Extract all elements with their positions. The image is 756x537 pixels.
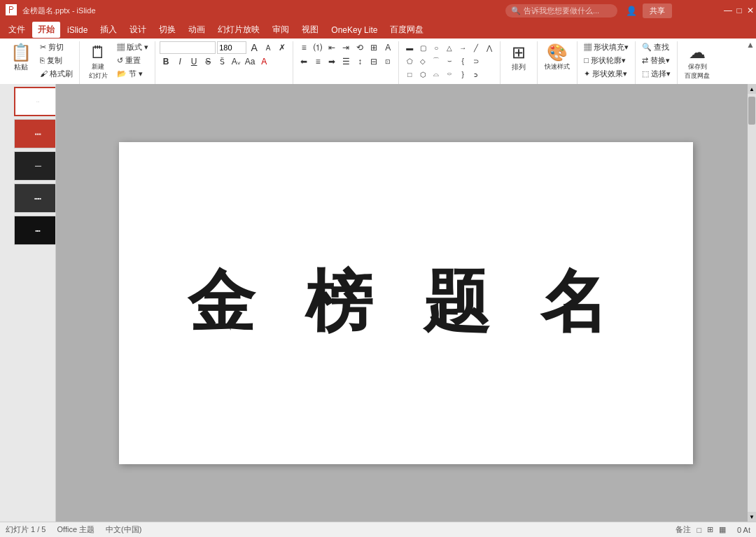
shape-callout2-button[interactable]: ⬡ — [416, 68, 429, 81]
menu-islide[interactable]: iSlide — [62, 23, 93, 37]
shape-pentagon-button[interactable]: ⬠ — [403, 55, 416, 67]
section-button[interactable]: 📂 节 ▾ — [115, 68, 150, 80]
cut-button[interactable]: ✂ 剪切 — [38, 41, 75, 53]
font-color-button[interactable]: A — [258, 55, 270, 68]
slide-sorter-button[interactable]: ⊞ — [707, 525, 713, 534]
replace-button[interactable]: ⇄ 替换▾ — [640, 55, 673, 67]
more-para-button[interactable]: ⊡ — [382, 55, 394, 68]
menu-baidu[interactable]: 百度网盘 — [384, 22, 429, 38]
quickstyles-content: 🎨 快速样式 — [542, 41, 573, 83]
align-right-button[interactable]: ➡ — [326, 55, 338, 68]
search-placeholder[interactable]: 告诉我您想要做什么... — [524, 6, 599, 16]
shape-curve2-button[interactable]: ⌣ — [443, 55, 456, 67]
find-button[interactable]: 🔍 查找 — [640, 41, 673, 53]
close-button[interactable]: ✕ — [745, 5, 756, 16]
shape-callout1-button[interactable]: □ — [403, 68, 416, 81]
menu-slideshow[interactable]: 幻灯片放映 — [212, 22, 265, 38]
shape-brace-button[interactable]: { — [456, 55, 469, 67]
align-center-button[interactable]: ≡ — [312, 55, 324, 68]
shape-right-arrow-button[interactable]: → — [456, 41, 469, 54]
shape-curve-button[interactable]: ⌒ — [430, 55, 442, 67]
font-size-decrease-button[interactable]: A — [262, 41, 274, 54]
font-case-button[interactable]: Aa — [244, 55, 256, 68]
slide-thumbnail-5[interactable]: ■■■ — [14, 216, 56, 245]
text-direction-button[interactable]: ⟲ — [354, 41, 366, 54]
slide-main-text[interactable]: 金 榜 题 名 — [188, 258, 624, 349]
shape-chevron-button[interactable]: ⋀ — [483, 41, 496, 54]
paste-button[interactable]: 📋 粘贴 — [7, 41, 35, 75]
menu-transitions[interactable]: 切换 — [153, 22, 181, 38]
shape-circle-button[interactable]: ○ — [430, 41, 442, 54]
ribbon-expand-button[interactable]: ▲ — [746, 40, 755, 50]
quickstyles-button[interactable]: 🎨 快速样式 — [542, 41, 573, 74]
reading-view-button[interactable]: ▦ — [719, 525, 726, 534]
layout-button[interactable]: ▦ 版式 ▾ — [115, 41, 150, 53]
menu-file[interactable]: 文件 — [3, 22, 31, 38]
slide-thumbnail-4[interactable]: ■■■■ — [14, 183, 56, 213]
scroll-down-button[interactable]: ▼ — [748, 512, 756, 522]
increase-indent-button[interactable]: ⇥ — [340, 41, 352, 54]
italic-button[interactable]: I — [174, 55, 186, 68]
search-box[interactable]: 🔍 告诉我您想要做什么... — [505, 4, 617, 18]
strikethrough-button[interactable]: S — [202, 55, 214, 68]
normal-view-button[interactable]: □ — [696, 526, 701, 534]
minimize-button[interactable]: — — [722, 5, 734, 16]
shape-rect-button[interactable]: ▬ — [403, 41, 416, 54]
reset-button[interactable]: ↺ 重置 — [115, 55, 150, 67]
select-button[interactable]: ⬚ 选择▾ — [640, 68, 673, 80]
shape-round-button[interactable]: ▢ — [416, 41, 429, 54]
shape-outline-button[interactable]: □ 形状轮廓▾ — [582, 55, 631, 67]
clear-format-button[interactable]: ✗ — [276, 41, 288, 54]
align-left-button[interactable]: ⬅ — [298, 55, 310, 68]
menu-review[interactable]: 审阅 — [267, 22, 295, 38]
smartart-button[interactable]: ⊞ — [368, 41, 380, 54]
menu-insert[interactable]: 插入 — [94, 22, 122, 38]
menu-design[interactable]: 设计 — [124, 22, 152, 38]
shape-arc2-button[interactable]: ⌔ — [443, 68, 456, 81]
shape-arc-button[interactable]: ⌓ — [430, 68, 442, 81]
scroll-thumb[interactable] — [748, 97, 755, 125]
numbered-list-button[interactable]: ⑴ — [312, 41, 324, 54]
slide-thumbnail-3[interactable]: ━━━ — [14, 151, 56, 181]
shape-line-button[interactable]: ╱ — [470, 41, 482, 54]
text-shadow-para-button[interactable]: A — [382, 41, 394, 54]
text-shadow-button[interactable]: S̈ — [216, 55, 228, 68]
share-button[interactable]: 共享 — [643, 4, 672, 18]
new-slide-button[interactable]: 🗒 新建 幻灯片 — [84, 41, 112, 83]
font-spacing-button[interactable]: Aᵥ — [230, 55, 242, 68]
slide-thumbnail-2[interactable]: ■■■ — [14, 119, 56, 148]
shape-triangle-button[interactable]: △ — [443, 41, 456, 54]
font-size-input[interactable] — [217, 41, 246, 54]
user-icon[interactable]: 👤 — [626, 6, 637, 16]
menu-view[interactable]: 视图 — [296, 22, 324, 38]
justify-button[interactable]: ☰ — [340, 55, 352, 68]
shape-diamond-button[interactable]: ◇ — [416, 55, 429, 67]
line-spacing-button[interactable]: ↕ — [354, 55, 366, 68]
vertical-scrollbar[interactable]: ▲ ▼ — [748, 84, 756, 522]
menu-onekey[interactable]: OneKey Lite — [326, 23, 383, 37]
slide-canvas[interactable]: 金 榜 题 名 — [119, 142, 693, 464]
shape-brace2-button[interactable]: } — [456, 68, 469, 81]
notes-button[interactable]: 备注 — [676, 524, 691, 535]
titlebar: 🅿 金榜题名.pptx - iSlide 🔍 告诉我您想要做什么... 👤 共享… — [0, 0, 756, 21]
font-name-input[interactable] — [160, 41, 216, 54]
font-size-increase-button[interactable]: A — [248, 41, 260, 54]
columns-button[interactable]: ⊟ — [368, 55, 380, 68]
shape-scroll-button[interactable]: ↄ — [470, 68, 482, 81]
slide-thumbnail-1[interactable]: ··· — [14, 87, 56, 116]
arrange-button[interactable]: ⊞ 排列 — [505, 41, 533, 75]
shape-misc-button[interactable]: ⊃ — [470, 55, 482, 67]
bold-button[interactable]: B — [160, 55, 172, 68]
copy-button[interactable]: ⎘ 复制 — [38, 55, 75, 67]
underline-button[interactable]: U — [188, 55, 200, 68]
maximize-button[interactable]: □ — [734, 5, 745, 16]
shape-effect-button[interactable]: ✦ 形状效果▾ — [582, 68, 631, 80]
shape-fill-button[interactable]: ▦ 形状填充▾ — [582, 41, 631, 53]
bullet-list-button[interactable]: ≡ — [298, 41, 310, 54]
scroll-up-button[interactable]: ▲ — [748, 84, 756, 94]
save-baidu-button[interactable]: ☁ 保存到 百度网盘 — [682, 41, 713, 83]
menu-animations[interactable]: 动画 — [183, 22, 211, 38]
decrease-indent-button[interactable]: ⇤ — [326, 41, 338, 54]
format-painter-button[interactable]: 🖌 格式刷 — [38, 68, 75, 80]
menu-home[interactable]: 开始 — [32, 22, 60, 38]
